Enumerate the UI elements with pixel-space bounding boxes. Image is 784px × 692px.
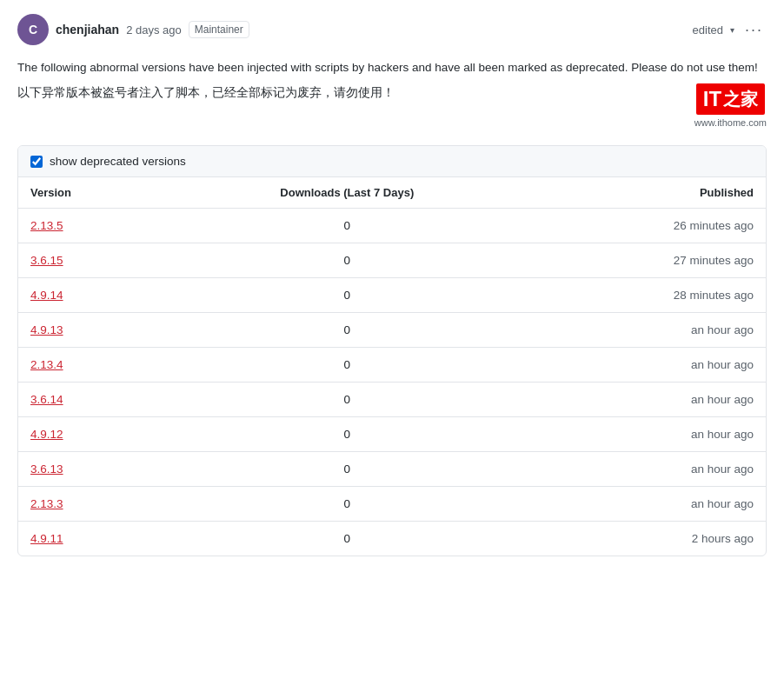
logo-it-text: IT xyxy=(703,87,721,111)
table-row: 2.13.30an hour ago xyxy=(18,487,766,522)
ithome-logo-box: IT 之家 xyxy=(696,83,765,115)
ithome-url: www.ithome.com xyxy=(694,117,767,128)
table-row: 4.9.130an hour ago xyxy=(18,313,766,348)
more-options-button[interactable]: ··· xyxy=(741,21,767,39)
table-row: 4.9.14028 minutes ago xyxy=(18,278,766,313)
downloads-cell: 0 xyxy=(167,278,528,313)
col-downloads: Downloads (Last 7 Days) xyxy=(167,177,528,209)
table-row: 3.6.130an hour ago xyxy=(18,452,766,487)
version-link[interactable]: 2.13.4 xyxy=(30,358,63,371)
published-cell: 2 hours ago xyxy=(528,522,766,556)
downloads-cell: 0 xyxy=(167,243,528,278)
published-cell: an hour ago xyxy=(528,487,766,522)
col-version: Version xyxy=(18,177,167,209)
published-cell: an hour ago xyxy=(528,452,766,487)
table-header: Version Downloads (Last 7 Days) Publishe… xyxy=(18,177,766,209)
published-cell: an hour ago xyxy=(528,313,766,348)
table-body: 2.13.5026 minutes ago3.6.15027 minutes a… xyxy=(18,209,766,556)
username[interactable]: chenjiahan xyxy=(56,23,119,37)
table-row: 2.13.40an hour ago xyxy=(18,348,766,383)
version-link[interactable]: 4.9.11 xyxy=(30,532,63,545)
table-header-row: Version Downloads (Last 7 Days) Publishe… xyxy=(18,177,766,209)
downloads-cell: 0 xyxy=(167,313,528,348)
chevron-down-icon[interactable]: ▾ xyxy=(730,25,734,35)
downloads-cell: 0 xyxy=(167,487,528,522)
versions-table-wrapper: show deprecated versions Version Downloa… xyxy=(17,145,767,556)
version-link[interactable]: 2.13.5 xyxy=(30,219,63,232)
avatar: C xyxy=(17,14,49,45)
table-row: 3.6.15027 minutes ago xyxy=(18,243,766,278)
published-cell: 28 minutes ago xyxy=(528,278,766,313)
published-cell: an hour ago xyxy=(528,348,766,383)
table-row: 4.9.1102 hours ago xyxy=(18,522,766,556)
downloads-cell: 0 xyxy=(167,348,528,383)
downloads-cell: 0 xyxy=(167,522,528,556)
ithome-logo: IT 之家 www.ithome.com xyxy=(694,83,767,128)
edited-label: edited xyxy=(693,23,723,37)
published-cell: an hour ago xyxy=(528,383,766,417)
version-link[interactable]: 4.9.12 xyxy=(30,428,63,441)
checkbox-label: show deprecated versions xyxy=(50,155,186,168)
comment-header: C chenjiahan 2 days ago Maintainer edite… xyxy=(17,14,767,45)
table-row: 2.13.5026 minutes ago xyxy=(18,209,766,243)
published-cell: an hour ago xyxy=(528,417,766,452)
show-deprecated-checkbox[interactable] xyxy=(30,156,43,168)
maintainer-badge: Maintainer xyxy=(189,21,249,38)
published-cell: 27 minutes ago xyxy=(528,243,766,278)
table-row: 3.6.140an hour ago xyxy=(18,383,766,417)
versions-table: Version Downloads (Last 7 Days) Publishe… xyxy=(18,177,766,556)
downloads-cell: 0 xyxy=(167,383,528,417)
downloads-cell: 0 xyxy=(167,452,528,487)
header-actions: edited ▾ ··· xyxy=(693,21,767,39)
table-row: 4.9.120an hour ago xyxy=(18,417,766,452)
author-info: C chenjiahan 2 days ago Maintainer xyxy=(17,14,249,45)
version-link[interactable]: 3.6.14 xyxy=(30,393,63,406)
col-published: Published xyxy=(528,177,766,209)
logo-chinese-text: 之家 xyxy=(723,88,758,111)
version-link[interactable]: 3.6.15 xyxy=(30,254,63,267)
version-link[interactable]: 2.13.3 xyxy=(30,497,63,510)
downloads-cell: 0 xyxy=(167,209,528,243)
alert-text-english: The following abnormal versions have bee… xyxy=(17,59,767,77)
checkbox-row: show deprecated versions xyxy=(18,146,766,177)
alert-row: 以下异常版本被盗号者注入了脚本，已经全部标记为废弃，请勿使用！ IT 之家 ww… xyxy=(17,83,767,128)
version-link[interactable]: 3.6.13 xyxy=(30,462,63,476)
downloads-cell: 0 xyxy=(167,417,528,452)
published-cell: 26 minutes ago xyxy=(528,209,766,243)
version-link[interactable]: 4.9.13 xyxy=(30,323,63,336)
version-link[interactable]: 4.9.14 xyxy=(30,289,63,302)
timestamp: 2 days ago xyxy=(126,23,182,37)
alert-text-chinese: 以下异常版本被盗号者注入了脚本，已经全部标记为废弃，请勿使用！ xyxy=(17,83,677,102)
